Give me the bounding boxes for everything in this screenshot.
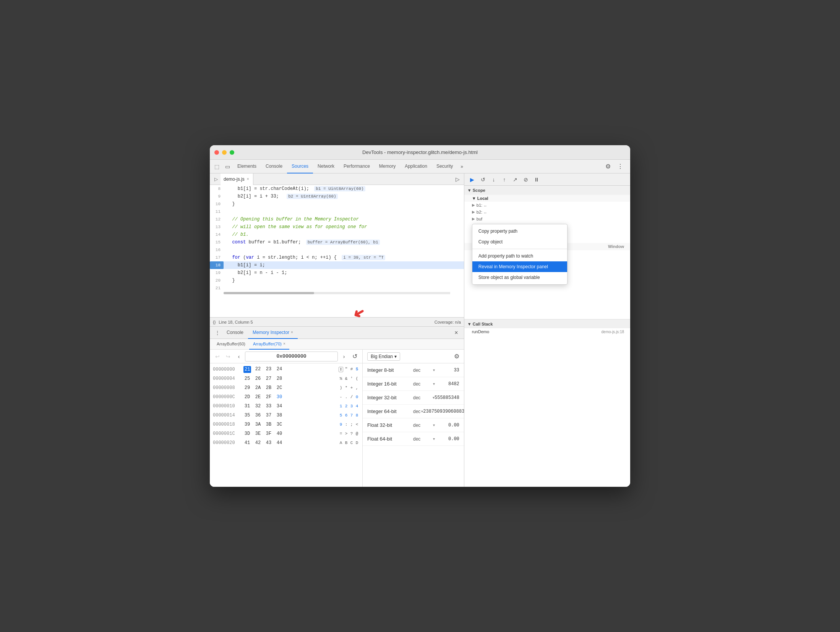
code-line-18-active: 18 b1[i] = i; (210, 261, 464, 269)
ctx-add-to-watch[interactable]: Add property path to watch (472, 251, 567, 261)
values-settings-icon[interactable]: ⚙ (454, 353, 459, 360)
file-tab-demo-js[interactable]: demo-js.js × (221, 173, 253, 185)
tab-application[interactable]: Application (400, 160, 432, 173)
next-page-btn[interactable]: › (339, 352, 349, 361)
value-num-int64: 2387509390608836392 (423, 409, 464, 414)
deactivate-breakpoints-btn[interactable]: ⊘ (521, 175, 531, 185)
hex-row-8: 00000020 41 42 43 44 A (210, 438, 362, 447)
endian-select[interactable]: Big Endian ▾ (367, 352, 400, 361)
code-line-16: 16 (210, 246, 464, 254)
step-over-btn[interactable]: ↓ (489, 175, 499, 185)
value-row-int8: Integer 8-bit dec ▾ 33 (363, 363, 464, 377)
value-format-int8: dec (413, 368, 432, 373)
code-line-9: 9 b2[i] = i + 33; b2 = Uint8Array(60) (210, 193, 464, 200)
hex-byte-0-2[interactable]: 23 (265, 366, 272, 373)
hex-byte-0-3[interactable]: 24 (276, 366, 283, 373)
tab-overflow-btn[interactable]: » (457, 164, 466, 169)
code-line-17: 17 for (var i = str.length; i < n; ++i) … (210, 254, 464, 261)
back-btn[interactable]: ↩ (213, 352, 222, 361)
code-line-14: 14 // b1. (210, 231, 464, 238)
console-options-btn[interactable]: ⋮ (213, 328, 222, 337)
status-format-icon[interactable]: {} (213, 320, 216, 324)
ctx-store-global[interactable]: Store object as global variable (472, 272, 567, 283)
code-scrollbar-thumb[interactable] (224, 292, 314, 294)
value-num-float32: 0.00 (448, 423, 459, 428)
tab-sources[interactable]: Sources (287, 160, 313, 173)
buffer-tab-2-close[interactable]: × (283, 342, 285, 346)
run-snippet-btn[interactable]: ▷ (453, 175, 462, 184)
resume-btn[interactable]: ▶ (467, 175, 477, 185)
minimize-button[interactable] (222, 150, 227, 155)
step-into-btn[interactable]: ↑ (499, 175, 509, 185)
hex-byte-0-0[interactable]: 21 (243, 366, 251, 373)
scope-item-b2[interactable]: ▶ b2: … (464, 209, 630, 216)
context-menu: Copy property path Copy object Add prope… (472, 224, 568, 285)
value-type-float64: Float 64-bit (367, 436, 413, 442)
code-line-19: 19 b2[i] = n - i - 1; (210, 269, 464, 277)
code-line-10: 10 } (210, 200, 464, 208)
memory-inspector-tab-close[interactable]: × (291, 330, 293, 334)
tab-memory-inspector[interactable]: Memory Inspector × (248, 327, 298, 339)
code-line-11: 11 (210, 208, 464, 216)
value-chevron-int8[interactable]: ▾ (433, 368, 435, 372)
prev-page-btn[interactable]: ‹ (234, 352, 243, 361)
forward-btn[interactable]: ↪ (224, 352, 233, 361)
ctx-copy-property-path[interactable]: Copy property path (472, 226, 567, 237)
device-icon[interactable]: ▭ (222, 161, 233, 172)
code-scrollbar[interactable] (224, 292, 450, 294)
buffer-tab-1[interactable]: ArrayBuffer(60) (213, 339, 249, 350)
tab-console-bottom[interactable]: Console (222, 327, 248, 339)
tab-security[interactable]: Security (432, 160, 457, 173)
settings-icon[interactable]: ⚙ (603, 161, 613, 172)
devtools-tabbar: ⬚ ▭ Elements Console Sources Network Per… (210, 160, 630, 173)
status-position: Line 18, Column 5 (219, 320, 253, 324)
tab-performance[interactable]: Performance (339, 160, 375, 173)
step-out-btn[interactable]: ↗ (510, 175, 520, 185)
tab-elements[interactable]: Elements (233, 160, 261, 173)
bottom-panel-close[interactable]: × (452, 328, 461, 337)
values-header: Big Endian ▾ ⚙ (363, 350, 464, 363)
address-input[interactable] (245, 352, 338, 361)
tab-network[interactable]: Network (313, 160, 339, 173)
scope-item-b1[interactable]: ▶ b1: … (464, 202, 630, 209)
value-type-int16: Integer 16-bit (367, 381, 413, 387)
tab-memory[interactable]: Memory (375, 160, 400, 173)
ctx-reveal-memory-inspector[interactable]: Reveal in Memory Inspector panel (472, 261, 567, 272)
window-title: DevTools - memory-inspector.glitch.me/de… (362, 149, 478, 155)
left-panel: ▷ demo-js.js × ▷ 8 b1[i] = str.charCodeA… (210, 173, 464, 487)
callstack-section: ▼ Call Stack runDemo demo-js.js:18 (464, 319, 630, 335)
scope-header[interactable]: ▼ Scope (464, 186, 630, 195)
tab-console[interactable]: Console (261, 160, 287, 173)
close-button[interactable] (214, 150, 219, 155)
value-type-int64: Integer 64-bit (367, 408, 413, 414)
maximize-button[interactable] (230, 150, 234, 155)
scope-item-buf[interactable]: ▶ buf (464, 216, 630, 222)
buffer-tab-2[interactable]: ArrayBuffer(70) × (249, 339, 289, 350)
right-panel: ▶ ↺ ↓ ↑ ↗ ⊘ ⏸ ▼ Scope ▼ Local (464, 173, 630, 487)
scope-local-header[interactable]: ▼ Local (464, 195, 630, 202)
hex-row-4: 00000010 31 32 33 34 1 (210, 402, 362, 411)
traffic-lights (214, 150, 234, 155)
pause-on-exceptions-btn[interactable]: ↺ (478, 175, 488, 185)
value-row-int32: Integer 32-bit dec ▾ 555885348 (363, 391, 464, 405)
file-tab-close[interactable]: × (246, 176, 250, 182)
more-icon[interactable]: ⋮ (615, 161, 626, 172)
callstack-header[interactable]: ▼ Call Stack (464, 319, 630, 328)
value-chevron-int16[interactable]: ▾ (433, 382, 435, 386)
value-chevron-float64[interactable]: ▾ (433, 437, 435, 441)
pause-btn[interactable]: ⏸ (532, 175, 542, 185)
hex-row-7: 0000001C 3D 3E 3F 40 = (210, 429, 362, 438)
value-type-float32: Float 32-bit (367, 422, 413, 428)
navigator-toggle[interactable]: ▷ (211, 175, 221, 184)
hex-row-6: 00000018 39 3A 3B 3C 9 (210, 420, 362, 429)
refresh-btn[interactable]: ↺ (350, 352, 359, 361)
ctx-separator-1 (472, 249, 567, 249)
value-chevron-float32[interactable]: ▾ (433, 423, 435, 427)
inspect-icon[interactable]: ⬚ (211, 161, 222, 172)
hex-byte-0-1[interactable]: 22 (254, 366, 262, 373)
value-format-int32: dec (413, 395, 432, 400)
ctx-copy-object[interactable]: Copy object (472, 237, 567, 247)
value-row-int64: Integer 64-bit dec ▾ 2387509390608836392 (363, 405, 464, 418)
callstack-item-rundemo[interactable]: runDemo demo-js.js:18 (464, 328, 630, 335)
toolbar-right: ⚙ ⋮ (603, 161, 629, 172)
